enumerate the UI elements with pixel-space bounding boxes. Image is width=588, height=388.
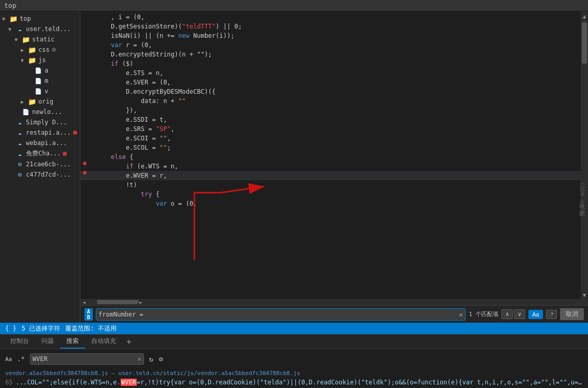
sp-input-wrap[interactable]: ✕: [30, 353, 144, 365]
h-scrollbar[interactable]: ◄ ►: [80, 299, 588, 305]
sidebar-item-label: v: [45, 88, 48, 95]
sidebar-item-c477d7[interactable]: ⚙ c477d7cd-...: [0, 169, 80, 180]
sidebar-item-label: 21cae6cb-...: [26, 161, 71, 168]
result-code-text[interactable]: ...COL="";else{if(e.WTS=n,e.WVER=r,!t)tr…: [16, 379, 583, 386]
panel-tabs: 控制台 问题 搜索 自动填充 +: [0, 335, 588, 349]
code-container[interactable]: , i = (0, D.getSessionStore)("teldTTT") …: [80, 11, 581, 299]
code-line: try {: [80, 190, 581, 199]
search-regex-btn[interactable]: .*: [546, 310, 557, 319]
result-file-link[interactable]: vendor.a5ac5bbedfc304788cb8.js — user.te…: [5, 370, 300, 377]
sidebar-item-top[interactable]: ▼ 📁 top: [0, 13, 80, 24]
folder-icon: 📁: [28, 97, 36, 106]
search-input[interactable]: [98, 311, 458, 318]
v-scrollbar-thumb[interactable]: [582, 22, 587, 64]
status-bar: { } 5 已选择字符 覆盖范围: 不适用: [0, 323, 588, 334]
gutter-dot-2: [83, 171, 87, 175]
status-coverage: 覆盖范围: 不适用: [65, 324, 116, 333]
v-scrollbar-down[interactable]: ▼: [582, 291, 587, 299]
folder-icon: 📁: [28, 56, 36, 64]
tab-autofill[interactable]: 自动填充: [85, 335, 122, 349]
badge-dot: [52, 48, 56, 52]
line-content: }),: [107, 106, 581, 115]
status-selected: 5 已选择字符: [22, 324, 60, 333]
sidebar-item-js-a[interactable]: 📄 a: [0, 65, 80, 76]
tab-console[interactable]: 控制台: [4, 335, 35, 349]
sidebar-item-label: top: [20, 15, 31, 22]
sp-refresh-icon[interactable]: ↻: [149, 355, 153, 363]
sidebar-item-freecha[interactable]: ☁ 免费Cha...: [0, 148, 80, 159]
tab-issues[interactable]: 问题: [35, 335, 60, 349]
code-line: e.SSDI = t,: [80, 115, 581, 124]
cancel-button[interactable]: 取消: [560, 308, 584, 320]
sidebar-item-simply[interactable]: ☁ Simply D...: [0, 117, 80, 127]
cloud-icon: ☁: [16, 25, 24, 33]
gutter-dot-1: [83, 162, 87, 165]
sidebar-item-restapi[interactable]: ☁ restapi.a...: [0, 127, 80, 138]
file-icon: 📄: [34, 77, 42, 85]
folder-icon: 📁: [28, 46, 36, 54]
result-file-bar: vendor.a5ac5bbedfc304788cb8.js — user.te…: [0, 369, 588, 378]
sidebar-item-js-m[interactable]: 📄 m: [0, 76, 80, 86]
file-icon: 📄: [34, 87, 42, 95]
tab-search[interactable]: 搜索: [60, 335, 85, 349]
search-input-wrap[interactable]: ✕: [96, 308, 466, 321]
search-aa-btn[interactable]: Aa: [528, 310, 542, 319]
sp-aa-label[interactable]: Aa: [5, 356, 12, 363]
top-bar: top: [0, 0, 588, 11]
code-line: , i = (0,: [80, 12, 581, 22]
h-scrollbar-thumb[interactable]: [97, 300, 138, 304]
line-content: e.WVER = r,: [107, 171, 581, 180]
sidebar-item-user-teld[interactable]: ▼ ☁ user.teld...: [0, 24, 80, 34]
code-line: e.SCOL = "";: [80, 143, 581, 152]
sidebar-item-js-v[interactable]: 📄 v: [0, 86, 80, 96]
h-scroll-left[interactable]: ◄: [82, 299, 85, 305]
badge-dot: [73, 131, 77, 135]
code-line: }),: [80, 106, 581, 115]
sidebar-item-css[interactable]: ▶ 📁 css: [0, 45, 80, 55]
result-code-before: ...COL="";else{if(e.WTS=n,e.: [16, 379, 120, 386]
sidebar-item-21cae6[interactable]: ⚙ 21cae6cb-...: [0, 159, 80, 169]
sidebar-item-label: css: [38, 46, 50, 53]
sidebar-item-label: 免费Cha...: [26, 149, 61, 158]
arrow-icon: ▶: [21, 99, 28, 105]
search-panel: Aa .* ✕ ↻ ⊘: [0, 349, 588, 369]
sp-stop-icon[interactable]: ⊘: [159, 355, 163, 363]
line-content: isNaN(i) || (n += new Number(i));: [107, 31, 581, 40]
search-nav-down[interactable]: ∨: [514, 309, 525, 319]
arrow-icon: ▼: [21, 58, 28, 63]
top-bar-title: top: [4, 2, 16, 9]
code-line: e.SCOI = "",: [80, 134, 581, 143]
search-nav-up[interactable]: ∧: [501, 309, 513, 319]
code-line: else {: [80, 152, 581, 162]
gear-icon: ⚙: [16, 170, 24, 179]
code-line: if ($): [80, 59, 581, 68]
search-bar: AB ✕ 1 个匹配项 ∧ ∨ Aa .* 取消: [80, 305, 588, 323]
sp-clear-icon[interactable]: ✕: [137, 355, 141, 363]
cloud-icon: ☁: [16, 139, 24, 147]
line-content: e.SSDI = t,: [107, 115, 581, 124]
v-scrollbar[interactable]: ▲ ▼: [581, 11, 588, 299]
sidebar-item-js[interactable]: ▼ 📁 js: [0, 55, 80, 65]
file-icon: 📄: [34, 66, 42, 75]
sidebar-item-orig[interactable]: ▶ 📁 orig: [0, 96, 80, 107]
line-content: D.encryptByDESModeCBC)({: [107, 87, 581, 96]
sidebar-item-label: Simply D...: [26, 119, 67, 126]
line-content: e.SCOL = "";: [107, 143, 581, 152]
sidebar-item-webapi[interactable]: ☁ webapi.a...: [0, 138, 80, 148]
code-line: D.getSessionStore)("teldTTT") || 0;: [80, 22, 581, 31]
sp-search-input[interactable]: [33, 355, 138, 363]
sidebar-item-label: js: [38, 56, 46, 64]
cloud-icon: ☁: [16, 118, 24, 126]
sp-dot-label[interactable]: .*: [17, 355, 24, 363]
code-line: e.SVER = (0,: [80, 78, 581, 87]
app-container: top ▼ 📁 top ▼ ☁ user.teld... ▼ 📁 static: [0, 0, 588, 388]
search-clear-icon[interactable]: ✕: [459, 310, 463, 319]
tab-add-button[interactable]: +: [122, 335, 136, 349]
sidebar: ▼ 📁 top ▼ ☁ user.teld... ▼ 📁 static ▶ 📁 …: [0, 11, 80, 323]
v-scrollbar-up[interactable]: ▲: [582, 12, 587, 20]
code-line: var o = (0,: [80, 199, 581, 208]
line-content: D.getSessionStore)("teldTTT") || 0;: [107, 22, 581, 31]
sidebar-item-newlo[interactable]: 📄 newlo...: [0, 107, 80, 117]
sidebar-item-static[interactable]: ▼ 📁 static: [0, 34, 80, 45]
h-scroll-right[interactable]: ►: [139, 299, 142, 305]
